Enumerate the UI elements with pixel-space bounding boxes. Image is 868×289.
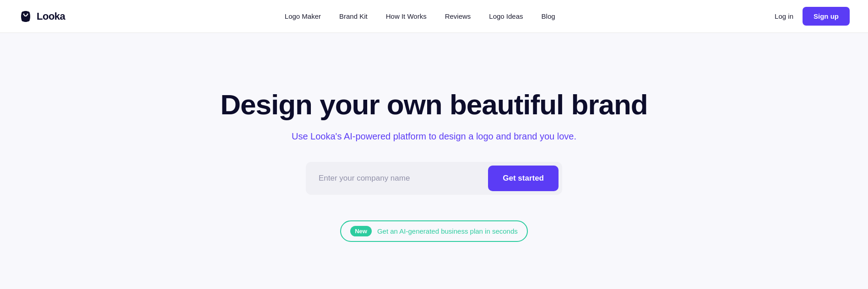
login-button[interactable]: Log in bbox=[775, 12, 793, 20]
hero-subtitle: Use Looka's AI-powered platform to desig… bbox=[292, 131, 576, 142]
new-badge-label: New bbox=[350, 226, 372, 236]
nav-link-logo-ideas[interactable]: Logo Ideas bbox=[489, 12, 523, 20]
new-banner-text: Get an AI-generated business plan in sec… bbox=[377, 227, 518, 235]
nav-link-blog[interactable]: Blog bbox=[542, 12, 555, 20]
new-banner[interactable]: New Get an AI-generated business plan in… bbox=[340, 220, 528, 242]
logo-link[interactable]: Looka bbox=[18, 9, 65, 24]
nav-link-how-it-works[interactable]: How It Works bbox=[386, 12, 427, 20]
get-started-button[interactable]: Get started bbox=[488, 166, 559, 191]
svg-point-0 bbox=[23, 13, 25, 15]
hero-title: Design your own beautiful brand bbox=[220, 89, 647, 120]
logo-text: Looka bbox=[37, 11, 65, 22]
company-name-input[interactable] bbox=[306, 174, 484, 183]
nav-link-reviews[interactable]: Reviews bbox=[445, 12, 471, 20]
svg-point-1 bbox=[27, 13, 28, 15]
nav-link-brand-kit[interactable]: Brand Kit bbox=[339, 12, 368, 20]
main-nav: Logo Maker Brand Kit How It Works Review… bbox=[285, 12, 555, 20]
nav-link-logo-maker[interactable]: Logo Maker bbox=[285, 12, 321, 20]
looka-logo-icon bbox=[18, 9, 33, 24]
hero-section: Design your own beautiful brand Use Look… bbox=[0, 33, 868, 289]
navbar-actions: Log in Sign up bbox=[775, 7, 850, 26]
navbar: Looka Logo Maker Brand Kit How It Works … bbox=[0, 0, 868, 33]
signup-button[interactable]: Sign up bbox=[803, 7, 850, 26]
company-name-search-bar: Get started bbox=[306, 162, 562, 195]
